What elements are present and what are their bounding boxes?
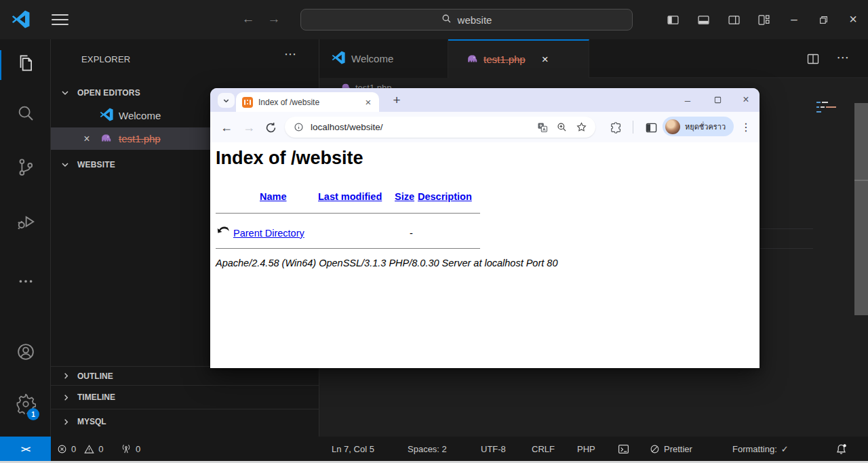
parent-dir-icon (216, 223, 231, 238)
browser-tab-title: Index of /website (253, 98, 363, 107)
browser-tab-close-button[interactable]: × (363, 96, 374, 108)
split-editor-icon (806, 52, 820, 66)
toggle-secondary-sidebar-icon[interactable] (726, 12, 741, 27)
activity-source-control[interactable] (16, 157, 36, 178)
activity-search[interactable] (16, 103, 36, 123)
website-label: WEBSITE (77, 160, 115, 169)
titlebar: ← → website – × (0, 0, 868, 39)
page-heading: Index of /website (216, 148, 363, 169)
status-errors-warnings[interactable]: 0 0 (57, 437, 103, 461)
tab-test1[interactable]: test1.php × (448, 39, 589, 78)
tab-welcome[interactable]: Welcome (319, 39, 448, 78)
customize-layout-icon[interactable] (756, 12, 771, 27)
open-editor-welcome-label: Welcome (119, 110, 161, 121)
section-outline[interactable]: OUTLINE (51, 366, 319, 385)
extensions-button[interactable] (608, 119, 624, 136)
activity-explorer-indicator (0, 50, 1, 80)
status-language[interactable]: PHP (577, 437, 595, 461)
editor-more-button[interactable]: ⋯ (833, 47, 852, 66)
timeline-label: TIMELINE (77, 392, 115, 402)
vscode-logo-icon (12, 10, 30, 28)
command-center-query: website (458, 14, 492, 26)
new-tab-button[interactable]: + (389, 93, 405, 108)
status-formatting[interactable]: Formatting: ✓ (732, 437, 789, 461)
browser-maximize-button[interactable] (707, 92, 728, 108)
files-icon (16, 53, 36, 73)
toggle-sidebar-icon[interactable] (665, 12, 680, 27)
profile-chip[interactable]: หยุดชั่วคราว (663, 117, 734, 136)
status-notifications[interactable] (835, 437, 847, 461)
ellipsis-icon (17, 273, 35, 290)
account-icon (16, 342, 36, 362)
side-panel-icon (645, 121, 658, 134)
bookmark-star-icon[interactable] (576, 121, 587, 133)
window-restore-button[interactable] (814, 11, 832, 28)
status-prettier[interactable]: Prettier (650, 437, 692, 461)
chevron-down-icon (60, 89, 71, 97)
formatting-label: Formatting: (732, 444, 777, 454)
tab-bar: Welcome test1.php × ⋯ (319, 39, 868, 78)
server-signature: Apache/2.4.58 (Win64) OpenSSL/3.1.3 PHP/… (216, 258, 557, 268)
explorer-title: EXPLORER (81, 54, 130, 64)
history-back-button[interactable]: ← (239, 9, 258, 28)
side-panel-button[interactable] (643, 119, 659, 136)
tab-test1-label: test1.php (484, 54, 526, 65)
col-last-modified[interactable]: Last modified (318, 191, 382, 202)
open-editors-label: OPEN EDITORS (77, 88, 140, 98)
tab-close-icon[interactable]: × (539, 53, 551, 66)
browser-menu-button[interactable]: ⋮ (738, 118, 753, 136)
window-close-button[interactable]: × (844, 9, 862, 28)
editor-scrollbar[interactable] (854, 103, 868, 315)
omnibox[interactable]: localhost/website/ (285, 117, 595, 138)
vscode-file-icon (332, 51, 345, 67)
profile-name: หยุดชั่วคราว (685, 121, 726, 133)
chevron-down-icon (222, 97, 230, 104)
remote-indicator[interactable]: >< (0, 437, 51, 461)
minimap[interactable] (816, 102, 846, 119)
col-size[interactable]: Size (395, 191, 414, 202)
window-minimize-button[interactable]: – (785, 11, 803, 28)
browser-close-button[interactable]: × (735, 92, 757, 108)
browser-minimize-button[interactable]: – (677, 92, 698, 108)
error-icon (57, 444, 67, 454)
translate-icon[interactable] (537, 122, 548, 133)
status-encoding[interactable]: UTF-8 (481, 437, 506, 461)
vscode-file-icon (100, 108, 113, 124)
activity-more[interactable] (16, 271, 36, 291)
browser-reload-button[interactable] (263, 120, 278, 135)
browser-forward-button[interactable]: → (240, 119, 258, 136)
browser-back-button[interactable]: ← (218, 119, 235, 136)
menu-icon[interactable] (52, 14, 68, 25)
browser-tab[interactable]: Index of /website × (236, 92, 379, 112)
toggle-panel-icon[interactable] (696, 12, 711, 27)
address-text[interactable]: localhost/website/ (311, 122, 528, 132)
activity-accounts[interactable] (16, 342, 36, 362)
check-icon: ✓ (781, 444, 789, 454)
status-indentation[interactable]: Spaces: 2 (408, 437, 447, 461)
ports-radio-icon (121, 443, 132, 454)
col-description[interactable]: Description (418, 191, 472, 202)
close-icon[interactable]: × (81, 133, 93, 145)
rule-bottom (216, 248, 480, 249)
status-bar: >< 0 0 0 Ln 7, Col 5 Spaces: 2 UTF-8 CRL… (0, 437, 868, 461)
explorer-more-button[interactable]: ⋯ (281, 47, 299, 62)
parent-directory-link[interactable]: Parent Directory (233, 228, 304, 239)
status-cursor-position[interactable]: Ln 7, Col 5 (332, 437, 374, 461)
section-timeline[interactable]: TIMELINE (51, 385, 319, 409)
section-mysql[interactable]: MYSQL (51, 409, 319, 434)
activity-explorer[interactable] (16, 53, 36, 73)
zoom-icon[interactable] (557, 122, 567, 132)
split-editor-button[interactable] (805, 51, 821, 67)
settings-badge: 1 (27, 408, 39, 420)
status-ports[interactable]: 0 (121, 437, 140, 461)
history-forward-button[interactable]: → (264, 9, 283, 28)
command-center-search[interactable]: website (300, 9, 633, 31)
status-terminal[interactable] (618, 437, 629, 461)
site-info-icon[interactable] (294, 122, 304, 132)
activity-run-debug[interactable] (16, 212, 36, 232)
tab-search-button[interactable] (218, 93, 235, 108)
col-name[interactable]: Name (260, 191, 287, 202)
editor-divider (760, 248, 813, 249)
status-eol[interactable]: CRLF (532, 437, 555, 461)
prettier-label: Prettier (664, 444, 692, 454)
